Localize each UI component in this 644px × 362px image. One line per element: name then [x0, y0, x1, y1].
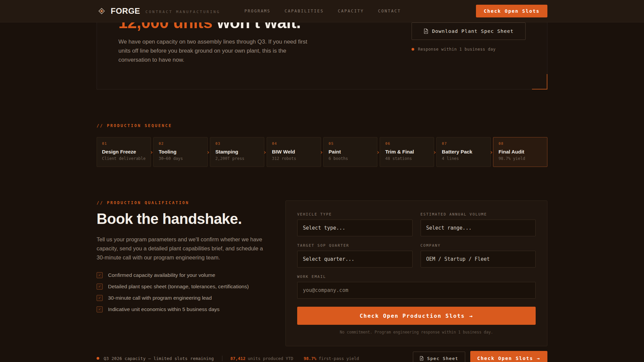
- step-title: Trim & Final: [385, 149, 429, 155]
- annual-volume-label: ESTIMATED ANNUAL VOLUME: [421, 212, 536, 217]
- field-vehicle-type: VEHICLE TYPE Select type...: [297, 212, 413, 236]
- step-title: Stamping: [215, 149, 259, 155]
- download-file-icon: [420, 356, 424, 361]
- nav-link-contact[interactable]: CONTACT: [378, 9, 401, 13]
- step-subtitle: 312 robots: [272, 156, 316, 161]
- field-sop-quarter: TARGET SOP QUARTER Select quarter...: [297, 243, 413, 267]
- sequence-card-biw-weld: 04 BIW Weld 312 robots ›: [267, 137, 321, 167]
- sequence-card-trim-final: 06 Trim & Final 48 stations ›: [380, 137, 434, 167]
- nav-links: PROGRAMS CAPABILITIES CAPACITY CONTACT: [245, 9, 401, 13]
- vehicle-type-label: VEHICLE TYPE: [297, 212, 413, 217]
- chevron-right-icon: ›: [320, 149, 323, 155]
- qualification-section-label: // PRODUCTION QUALIFICATION: [97, 200, 272, 205]
- stat-label: first-pass yield: [319, 356, 359, 361]
- step-number: 01: [102, 141, 146, 146]
- arrow-right-icon: →: [537, 356, 540, 361]
- sequence-card-design-freeze: 01 Design Freeze Client deliverable ›: [97, 137, 151, 167]
- stat-label: units produced YTD: [248, 356, 293, 361]
- arrow-right-icon: →: [469, 313, 473, 319]
- field-work-email: WORK EMAIL: [297, 275, 536, 299]
- nav-check-open-slots-button[interactable]: Check Open Slots: [476, 5, 547, 17]
- checklist-item: ✓ 30-minute call with program engineerin…: [97, 295, 272, 301]
- sop-quarter-label: TARGET SOP QUARTER: [297, 243, 413, 248]
- chevron-right-icon: ›: [376, 149, 380, 155]
- company-input[interactable]: [426, 256, 530, 262]
- download-file-icon: [424, 28, 428, 34]
- step-subtitle: 48 stations: [385, 156, 429, 161]
- step-subtitle: 98.7% yield: [498, 156, 542, 161]
- step-number: 06: [385, 141, 429, 146]
- checklist-item-text: Detailed plant spec sheet (tonnage, tole…: [108, 284, 249, 290]
- stat-units-produced: 87,412 units produced YTD: [230, 356, 293, 361]
- hero-paragraph: We have open capacity on two assembly li…: [118, 37, 315, 65]
- sequence-section-label: // PRODUCTION SEQUENCE: [97, 123, 547, 128]
- footer-divider: [222, 356, 222, 361]
- hero-corner-accent: [532, 74, 547, 89]
- spec-sheet-label: Spec Sheet: [427, 356, 458, 361]
- chevron-right-icon: ›: [206, 149, 210, 155]
- nav-link-capacity[interactable]: CAPACITY: [338, 9, 364, 13]
- chevron-right-icon: ›: [433, 149, 436, 155]
- download-spec-sheet-button[interactable]: Download Plant Spec Sheet: [412, 22, 526, 40]
- stat-value: 87,412: [230, 356, 246, 361]
- qualification-checklist: ✓ Confirmed capacity availability for yo…: [97, 272, 272, 312]
- step-number: 07: [442, 141, 485, 146]
- qualification-form-panel: VEHICLE TYPE Select type... ESTIMATED AN…: [285, 200, 547, 346]
- step-title: Final Audit: [498, 149, 542, 155]
- check-icon: ✓: [97, 295, 103, 301]
- step-subtitle: 6 booths: [329, 156, 372, 161]
- qualification-section: // PRODUCTION QUALIFICATION Book the han…: [97, 200, 547, 346]
- response-note: Response within 1 business day: [412, 47, 526, 52]
- step-title: Tooling: [159, 149, 202, 155]
- sequence-card-stamping: 03 Stamping 2,200T press ›: [210, 137, 264, 167]
- production-sequence-section: // PRODUCTION SEQUENCE 01 Design Freeze …: [97, 123, 547, 167]
- qualification-heading: Book the handshake.: [97, 210, 272, 227]
- response-note-text: Response within 1 business day: [418, 47, 496, 52]
- download-spec-sheet-label: Download Plant Spec Sheet: [432, 28, 514, 34]
- brand-logo-icon[interactable]: [97, 6, 107, 16]
- footer-actions: Spec Sheet Check Open Slots →: [413, 351, 547, 362]
- footer-status-group: Q3 2026 capacity — limited slots remaini…: [97, 356, 365, 361]
- status-dot-icon: [97, 357, 99, 360]
- checklist-item-text: Indicative unit economics within 5 busin…: [108, 306, 220, 312]
- field-company: COMPANY: [421, 243, 536, 267]
- sequence-cards: 01 Design Freeze Client deliverable › 02…: [97, 137, 547, 167]
- checklist-item: ✓ Confirmed capacity availability for yo…: [97, 272, 272, 278]
- work-email-label: WORK EMAIL: [297, 275, 536, 279]
- checklist-item: ✓ Detailed plant spec sheet (tonnage, to…: [97, 284, 272, 290]
- sequence-card-final-audit: 08 Final Audit 98.7% yield: [493, 137, 547, 167]
- submit-label: Check Open Production Slots: [360, 313, 465, 319]
- chevron-right-icon: ›: [263, 149, 267, 155]
- step-number: 02: [159, 141, 202, 146]
- step-subtitle: 4 lines: [442, 156, 485, 161]
- capacity-status-text: Q3 2026 capacity — limited slots remaini…: [104, 356, 214, 361]
- checklist-item-text: Confirmed capacity availability for your…: [108, 272, 215, 278]
- checklist-item: ✓ Indicative unit economics within 5 bus…: [97, 306, 272, 312]
- nav-link-capabilities[interactable]: CAPABILITIES: [285, 9, 324, 13]
- check-icon: ✓: [97, 272, 103, 278]
- footer-spec-sheet-button[interactable]: Spec Sheet: [413, 352, 465, 362]
- check-icon: ✓: [97, 284, 103, 290]
- vehicle-type-select[interactable]: Select type...: [297, 220, 413, 236]
- brand-tagline: CONTRACT MANUFACTURING: [146, 8, 220, 14]
- checklist-item-text: 30-minute call with program engineering …: [108, 295, 212, 301]
- stat-first-pass-yield: 98.7% first-pass yield: [304, 356, 359, 361]
- step-title: BIW Weld: [272, 149, 316, 155]
- work-email-input[interactable]: [303, 287, 530, 293]
- nav-link-programs[interactable]: PROGRAMS: [245, 9, 271, 13]
- check-open-production-slots-button[interactable]: Check Open Production Slots →: [297, 307, 536, 325]
- step-title: Battery Pack: [442, 149, 485, 155]
- step-title: Design Freeze: [102, 149, 146, 155]
- annual-volume-select[interactable]: Select range...: [421, 220, 536, 236]
- step-title: Paint: [329, 149, 372, 155]
- footer-cta-label: Check Open Slots: [477, 356, 533, 361]
- footer-check-open-slots-button[interactable]: Check Open Slots →: [470, 351, 547, 362]
- sequence-card-tooling: 02 Tooling 30–60 days ›: [153, 137, 208, 167]
- field-annual-volume: ESTIMATED ANNUAL VOLUME Select range...: [421, 212, 536, 236]
- brand-name: FORGE: [111, 6, 140, 16]
- sequence-card-battery-pack: 07 Battery Pack 4 lines ›: [436, 137, 491, 167]
- sop-quarter-select[interactable]: Select quarter...: [297, 251, 413, 267]
- step-number: 04: [272, 141, 316, 146]
- step-number: 03: [215, 141, 259, 146]
- check-icon: ✓: [97, 306, 103, 312]
